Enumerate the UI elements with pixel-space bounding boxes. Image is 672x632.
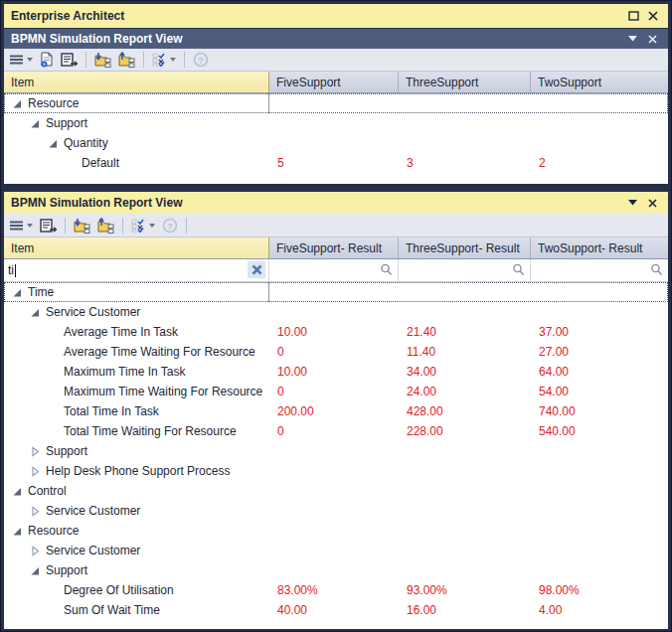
tree-collapsed-icon[interactable] <box>30 506 42 517</box>
column-header-fivesupport[interactable]: FiveSupport <box>269 72 399 93</box>
value-cell[interactable] <box>399 133 531 153</box>
panel1-close-button[interactable] <box>642 31 662 47</box>
tree-expanded-icon[interactable] <box>12 486 24 497</box>
value-cell[interactable] <box>399 501 531 521</box>
panel1-menu-button[interactable] <box>622 31 642 47</box>
tree-expanded-icon[interactable] <box>30 118 42 129</box>
field-chooser-button[interactable] <box>129 216 157 236</box>
tree-collapsed-icon[interactable] <box>30 446 42 457</box>
value-cell[interactable] <box>399 481 531 501</box>
value-cell[interactable] <box>269 113 399 133</box>
tree-row[interactable]: Total Time In Task200.00428.00740.00 <box>4 401 668 421</box>
column-header-twosupport[interactable]: TwoSupport <box>531 72 668 93</box>
tree-row[interactable]: Resource <box>4 93 668 113</box>
value-cell[interactable] <box>399 282 531 302</box>
value-cell[interactable]: 37.00 <box>531 322 668 342</box>
panel1-header[interactable]: BPMN Simulation Report View <box>4 29 668 49</box>
tree-row[interactable]: Time <box>4 282 668 302</box>
column-header-threesupport[interactable]: ThreeSupport <box>399 72 531 93</box>
value-cell[interactable]: 34.00 <box>399 362 531 382</box>
value-cell[interactable] <box>399 560 531 580</box>
menu-button[interactable] <box>8 50 35 70</box>
expand-all-button[interactable] <box>92 50 113 70</box>
help-button[interactable]: ? <box>160 216 180 236</box>
tree-row[interactable]: Support <box>4 560 668 580</box>
value-cell[interactable] <box>531 481 668 501</box>
fivesupport-filter-input[interactable] <box>269 259 399 281</box>
tree-collapsed-icon[interactable] <box>30 466 42 477</box>
value-cell[interactable] <box>399 441 531 461</box>
tree-row[interactable]: Support <box>4 441 668 461</box>
tree-row[interactable]: Sum Of Wait Time40.0016.004.00 <box>4 600 668 620</box>
column-header-item[interactable]: Item <box>4 237 269 259</box>
tree-row[interactable]: Service Customer <box>4 541 668 560</box>
value-cell[interactable] <box>531 113 668 133</box>
value-cell[interactable]: 3 <box>399 153 531 173</box>
tree-row[interactable]: Maximum Time Waiting For Resource024.005… <box>4 382 668 401</box>
value-cell[interactable] <box>531 501 668 521</box>
expand-all-button[interactable] <box>72 216 92 236</box>
value-cell[interactable] <box>269 282 399 302</box>
value-cell[interactable]: 200.00 <box>269 401 399 421</box>
tree-row[interactable]: Degree Of Utilisation83.00%93.00%98.00% <box>4 580 668 600</box>
value-cell[interactable] <box>269 501 399 521</box>
tree-expanded-icon[interactable] <box>12 98 24 109</box>
field-chooser-button[interactable] <box>150 50 178 70</box>
value-cell[interactable] <box>531 441 668 461</box>
value-cell[interactable] <box>531 93 668 113</box>
value-cell[interactable]: 54.00 <box>531 382 668 401</box>
value-cell[interactable] <box>399 93 531 113</box>
value-cell[interactable] <box>531 560 668 580</box>
value-cell[interactable] <box>399 302 531 322</box>
value-cell[interactable]: 11.40 <box>399 342 531 362</box>
tree-row[interactable]: Average Time Waiting For Resource011.402… <box>4 342 668 362</box>
value-cell[interactable] <box>269 541 399 560</box>
value-cell[interactable]: 98.00% <box>531 580 668 600</box>
panel2-header[interactable]: BPMN Simulation Report View <box>4 192 668 214</box>
value-cell[interactable] <box>531 133 668 153</box>
value-cell[interactable] <box>399 461 531 481</box>
value-cell[interactable]: 64.00 <box>531 362 668 382</box>
view-report-button[interactable] <box>38 216 59 236</box>
tree-row[interactable]: Service Customer <box>4 501 668 521</box>
value-cell[interactable] <box>531 302 668 322</box>
tree-row[interactable]: Average Time In Task10.0021.4037.00 <box>4 322 668 342</box>
value-cell[interactable]: 10.00 <box>269 362 399 382</box>
value-cell[interactable] <box>531 541 668 560</box>
value-cell[interactable]: 5 <box>269 153 399 173</box>
tree-collapsed-icon[interactable] <box>30 546 42 556</box>
value-cell[interactable]: 4.00 <box>531 600 668 620</box>
value-cell[interactable]: 0 <box>269 342 399 362</box>
clear-filter-button[interactable] <box>248 261 265 278</box>
column-header-fivesupport-result[interactable]: FiveSupport- Result <box>269 237 399 259</box>
tree-row[interactable]: Maximum Time In Task10.0034.0064.00 <box>4 362 668 382</box>
value-cell[interactable] <box>531 521 668 541</box>
value-cell[interactable] <box>269 521 399 541</box>
tree-row[interactable]: Service Customer <box>4 302 668 322</box>
value-cell[interactable]: 93.00% <box>399 580 531 600</box>
value-cell[interactable] <box>269 481 399 501</box>
value-cell[interactable] <box>399 113 531 133</box>
tree-expanded-icon[interactable] <box>12 287 24 298</box>
value-cell[interactable]: 2 <box>531 153 668 173</box>
value-cell[interactable]: 40.00 <box>269 600 399 620</box>
value-cell[interactable]: 428.00 <box>399 401 531 421</box>
value-cell[interactable]: 83.00% <box>269 580 399 600</box>
generate-report-button[interactable] <box>38 50 56 70</box>
help-button[interactable]: ? <box>191 50 211 70</box>
value-cell[interactable] <box>269 461 399 481</box>
maximize-button[interactable] <box>623 7 643 25</box>
item-filter-input[interactable]: ti <box>4 259 269 281</box>
close-window-button[interactable] <box>643 7 663 25</box>
value-cell[interactable]: 10.00 <box>269 322 399 342</box>
tree-row[interactable]: Control <box>4 481 668 501</box>
value-cell[interactable]: 0 <box>269 421 399 441</box>
value-cell[interactable]: 228.00 <box>399 421 531 441</box>
tree-row[interactable]: Default532 <box>4 153 668 173</box>
tree-row[interactable]: Total Time Waiting For Resource0228.0054… <box>4 421 668 441</box>
value-cell[interactable] <box>399 541 531 560</box>
column-header-threesupport-result[interactable]: ThreeSupport- Result <box>399 237 531 259</box>
tree-row[interactable]: Resource <box>4 521 668 541</box>
value-cell[interactable] <box>269 560 399 580</box>
view-report-button[interactable] <box>59 50 80 70</box>
